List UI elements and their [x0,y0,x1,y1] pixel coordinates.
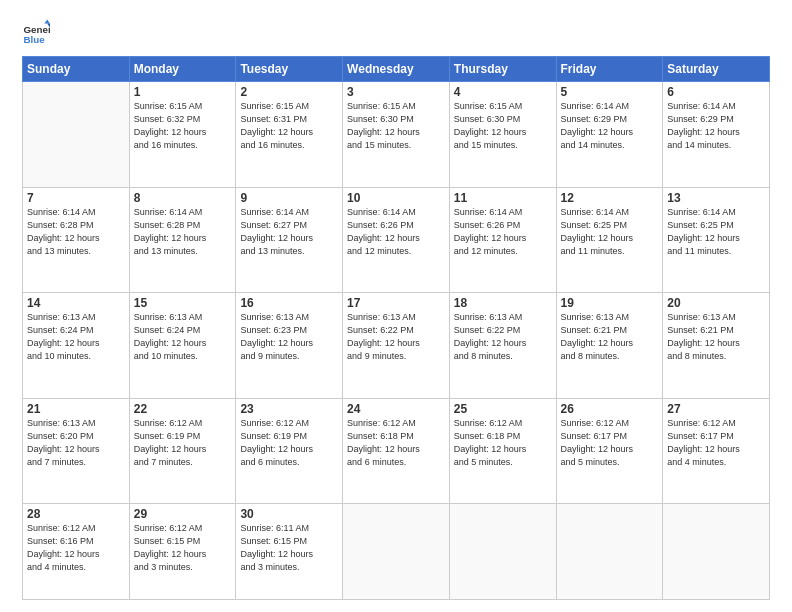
day-number: 7 [27,191,125,205]
day-number: 16 [240,296,338,310]
calendar-cell: 26Sunrise: 6:12 AM Sunset: 6:17 PM Dayli… [556,398,663,504]
day-info: Sunrise: 6:13 AM Sunset: 6:20 PM Dayligh… [27,417,125,469]
day-number: 12 [561,191,659,205]
calendar-cell: 16Sunrise: 6:13 AM Sunset: 6:23 PM Dayli… [236,293,343,399]
day-info: Sunrise: 6:14 AM Sunset: 6:29 PM Dayligh… [667,100,765,152]
day-info: Sunrise: 6:12 AM Sunset: 6:17 PM Dayligh… [667,417,765,469]
day-number: 5 [561,85,659,99]
day-info: Sunrise: 6:15 AM Sunset: 6:30 PM Dayligh… [454,100,552,152]
day-info: Sunrise: 6:15 AM Sunset: 6:30 PM Dayligh… [347,100,445,152]
day-number: 3 [347,85,445,99]
day-number: 10 [347,191,445,205]
week-row-5: 28Sunrise: 6:12 AM Sunset: 6:16 PM Dayli… [23,504,770,600]
day-info: Sunrise: 6:12 AM Sunset: 6:16 PM Dayligh… [27,522,125,574]
day-info: Sunrise: 6:12 AM Sunset: 6:17 PM Dayligh… [561,417,659,469]
day-info: Sunrise: 6:12 AM Sunset: 6:19 PM Dayligh… [240,417,338,469]
calendar-cell: 7Sunrise: 6:14 AM Sunset: 6:28 PM Daylig… [23,187,130,293]
calendar-cell: 24Sunrise: 6:12 AM Sunset: 6:18 PM Dayli… [343,398,450,504]
day-info: Sunrise: 6:14 AM Sunset: 6:26 PM Dayligh… [347,206,445,258]
col-header-friday: Friday [556,57,663,82]
calendar-cell: 15Sunrise: 6:13 AM Sunset: 6:24 PM Dayli… [129,293,236,399]
day-number: 8 [134,191,232,205]
day-info: Sunrise: 6:13 AM Sunset: 6:24 PM Dayligh… [134,311,232,363]
calendar-cell: 9Sunrise: 6:14 AM Sunset: 6:27 PM Daylig… [236,187,343,293]
day-info: Sunrise: 6:13 AM Sunset: 6:23 PM Dayligh… [240,311,338,363]
day-number: 27 [667,402,765,416]
day-number: 28 [27,507,125,521]
col-header-saturday: Saturday [663,57,770,82]
calendar-cell: 19Sunrise: 6:13 AM Sunset: 6:21 PM Dayli… [556,293,663,399]
svg-text:Blue: Blue [23,34,45,45]
day-number: 1 [134,85,232,99]
day-info: Sunrise: 6:12 AM Sunset: 6:15 PM Dayligh… [134,522,232,574]
day-info: Sunrise: 6:14 AM Sunset: 6:25 PM Dayligh… [667,206,765,258]
day-number: 15 [134,296,232,310]
week-row-1: 1Sunrise: 6:15 AM Sunset: 6:32 PM Daylig… [23,82,770,188]
calendar-cell: 23Sunrise: 6:12 AM Sunset: 6:19 PM Dayli… [236,398,343,504]
calendar-cell: 13Sunrise: 6:14 AM Sunset: 6:25 PM Dayli… [663,187,770,293]
calendar-cell: 5Sunrise: 6:14 AM Sunset: 6:29 PM Daylig… [556,82,663,188]
calendar-cell: 22Sunrise: 6:12 AM Sunset: 6:19 PM Dayli… [129,398,236,504]
svg-marker-2 [44,19,50,23]
col-header-wednesday: Wednesday [343,57,450,82]
calendar-cell [449,504,556,600]
day-info: Sunrise: 6:14 AM Sunset: 6:27 PM Dayligh… [240,206,338,258]
day-info: Sunrise: 6:11 AM Sunset: 6:15 PM Dayligh… [240,522,338,574]
calendar-header-row: SundayMondayTuesdayWednesdayThursdayFrid… [23,57,770,82]
day-info: Sunrise: 6:14 AM Sunset: 6:29 PM Dayligh… [561,100,659,152]
calendar-cell: 30Sunrise: 6:11 AM Sunset: 6:15 PM Dayli… [236,504,343,600]
calendar-cell: 29Sunrise: 6:12 AM Sunset: 6:15 PM Dayli… [129,504,236,600]
day-info: Sunrise: 6:15 AM Sunset: 6:32 PM Dayligh… [134,100,232,152]
day-number: 26 [561,402,659,416]
day-number: 30 [240,507,338,521]
calendar-cell [343,504,450,600]
day-number: 19 [561,296,659,310]
day-info: Sunrise: 6:13 AM Sunset: 6:22 PM Dayligh… [347,311,445,363]
calendar-cell: 20Sunrise: 6:13 AM Sunset: 6:21 PM Dayli… [663,293,770,399]
col-header-tuesday: Tuesday [236,57,343,82]
day-number: 20 [667,296,765,310]
calendar-cell: 10Sunrise: 6:14 AM Sunset: 6:26 PM Dayli… [343,187,450,293]
day-number: 21 [27,402,125,416]
day-number: 14 [27,296,125,310]
calendar-cell [663,504,770,600]
day-info: Sunrise: 6:12 AM Sunset: 6:18 PM Dayligh… [347,417,445,469]
header: General Blue [22,18,770,46]
week-row-3: 14Sunrise: 6:13 AM Sunset: 6:24 PM Dayli… [23,293,770,399]
day-number: 6 [667,85,765,99]
calendar-table: SundayMondayTuesdayWednesdayThursdayFrid… [22,56,770,600]
calendar-cell: 3Sunrise: 6:15 AM Sunset: 6:30 PM Daylig… [343,82,450,188]
day-info: Sunrise: 6:13 AM Sunset: 6:21 PM Dayligh… [561,311,659,363]
day-number: 22 [134,402,232,416]
col-header-monday: Monday [129,57,236,82]
day-number: 11 [454,191,552,205]
calendar-cell: 6Sunrise: 6:14 AM Sunset: 6:29 PM Daylig… [663,82,770,188]
day-number: 4 [454,85,552,99]
day-number: 2 [240,85,338,99]
calendar-cell [23,82,130,188]
calendar-cell [556,504,663,600]
day-info: Sunrise: 6:13 AM Sunset: 6:22 PM Dayligh… [454,311,552,363]
day-number: 17 [347,296,445,310]
day-number: 23 [240,402,338,416]
calendar-cell: 12Sunrise: 6:14 AM Sunset: 6:25 PM Dayli… [556,187,663,293]
day-number: 9 [240,191,338,205]
day-info: Sunrise: 6:12 AM Sunset: 6:18 PM Dayligh… [454,417,552,469]
day-info: Sunrise: 6:14 AM Sunset: 6:26 PM Dayligh… [454,206,552,258]
calendar-cell: 8Sunrise: 6:14 AM Sunset: 6:28 PM Daylig… [129,187,236,293]
day-info: Sunrise: 6:15 AM Sunset: 6:31 PM Dayligh… [240,100,338,152]
calendar-cell: 2Sunrise: 6:15 AM Sunset: 6:31 PM Daylig… [236,82,343,188]
day-info: Sunrise: 6:13 AM Sunset: 6:24 PM Dayligh… [27,311,125,363]
calendar-cell: 1Sunrise: 6:15 AM Sunset: 6:32 PM Daylig… [129,82,236,188]
logo-icon: General Blue [22,18,50,46]
col-header-thursday: Thursday [449,57,556,82]
day-info: Sunrise: 6:13 AM Sunset: 6:21 PM Dayligh… [667,311,765,363]
calendar-cell: 11Sunrise: 6:14 AM Sunset: 6:26 PM Dayli… [449,187,556,293]
week-row-4: 21Sunrise: 6:13 AM Sunset: 6:20 PM Dayli… [23,398,770,504]
day-number: 25 [454,402,552,416]
day-number: 24 [347,402,445,416]
day-number: 13 [667,191,765,205]
calendar-cell: 14Sunrise: 6:13 AM Sunset: 6:24 PM Dayli… [23,293,130,399]
logo: General Blue [22,18,54,46]
calendar-cell: 25Sunrise: 6:12 AM Sunset: 6:18 PM Dayli… [449,398,556,504]
